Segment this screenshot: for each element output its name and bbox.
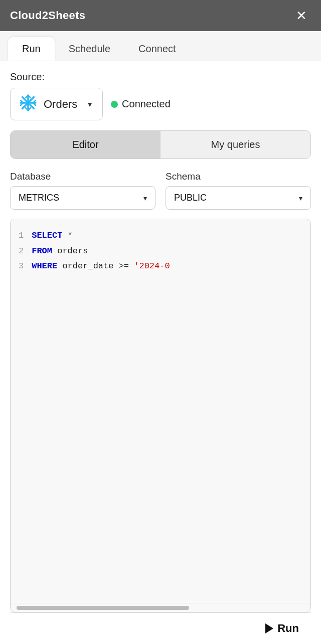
tab-connect[interactable]: Connect bbox=[124, 37, 190, 61]
close-button[interactable]: ✕ bbox=[292, 7, 311, 24]
code-area[interactable]: SELECT * FROM orders WHERE order_date >=… bbox=[30, 219, 310, 603]
line-num-3: 3 bbox=[19, 259, 24, 274]
line-num-1: 1 bbox=[19, 228, 24, 244]
source-dropdown-arrow: ▼ bbox=[86, 100, 93, 108]
tab-schedule[interactable]: Schedule bbox=[55, 37, 124, 61]
database-select[interactable]: METRICS ▾ bbox=[10, 186, 155, 210]
database-field-group: Database METRICS ▾ bbox=[10, 171, 155, 210]
database-label: Database bbox=[10, 171, 155, 182]
db-schema-row: Database METRICS ▾ Schema PUBLIC ▾ bbox=[10, 171, 311, 210]
source-name: Orders bbox=[44, 98, 77, 111]
schema-value: PUBLIC bbox=[174, 193, 207, 203]
connected-text: Connected bbox=[122, 98, 171, 110]
schema-arrow: ▾ bbox=[299, 194, 302, 202]
line-num-2: 2 bbox=[19, 244, 24, 259]
app-window: Cloud2Sheets ✕ Run Schedule Connect Sour… bbox=[0, 0, 321, 644]
scrollbar-area[interactable] bbox=[11, 603, 310, 612]
schema-select[interactable]: PUBLIC ▾ bbox=[166, 186, 311, 210]
sql-editor[interactable]: 1 2 3 SELECT * FROM orders WHERE order_d… bbox=[11, 219, 310, 603]
source-dropdown[interactable]: Orders ▼ bbox=[10, 88, 103, 120]
connected-dot bbox=[111, 101, 118, 108]
app-title: Cloud2Sheets bbox=[10, 9, 85, 22]
snowflake-icon bbox=[20, 94, 37, 114]
database-value: METRICS bbox=[19, 193, 59, 203]
database-arrow: ▾ bbox=[143, 194, 147, 202]
run-bar: Run bbox=[10, 612, 311, 644]
run-triangle-icon bbox=[265, 623, 273, 633]
schema-label: Schema bbox=[166, 171, 311, 182]
editor-toggle: Editor My queries bbox=[10, 130, 311, 159]
source-label: Source: bbox=[10, 71, 311, 83]
line-numbers: 1 2 3 bbox=[11, 219, 30, 603]
header: Cloud2Sheets ✕ bbox=[0, 0, 321, 31]
main-content: Source: bbox=[0, 61, 321, 644]
tab-run[interactable]: Run bbox=[8, 37, 55, 61]
source-row: Orders ▼ Connected bbox=[10, 88, 311, 120]
run-label: Run bbox=[277, 622, 299, 635]
schema-field-group: Schema PUBLIC ▾ bbox=[166, 171, 311, 210]
scrollbar-thumb[interactable] bbox=[17, 606, 189, 610]
sql-editor-container: 1 2 3 SELECT * FROM orders WHERE order_d… bbox=[10, 219, 311, 612]
run-button[interactable]: Run bbox=[265, 622, 299, 635]
my-queries-tab[interactable]: My queries bbox=[160, 131, 310, 158]
connected-badge: Connected bbox=[111, 98, 171, 110]
tabs-bar: Run Schedule Connect bbox=[0, 31, 321, 61]
editor-tab[interactable]: Editor bbox=[11, 131, 160, 158]
